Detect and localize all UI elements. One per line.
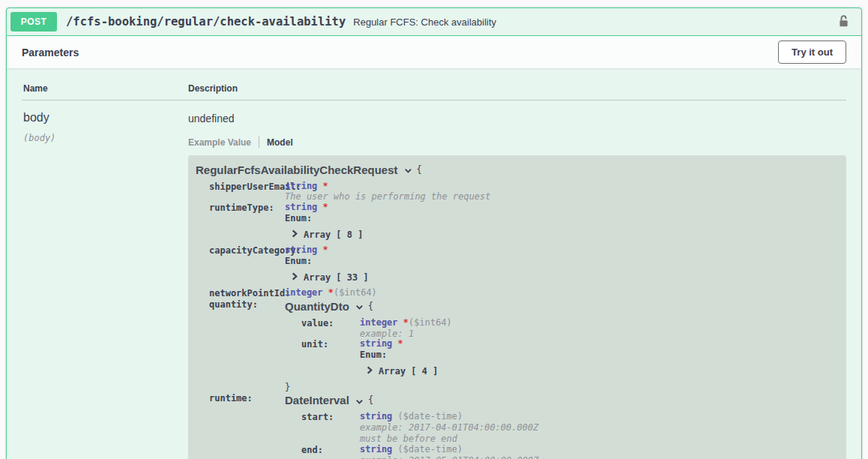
endpoint-path[interactable]: /fcfs-booking/regular/check-availability <box>66 15 346 28</box>
endpoint-description: Regular FCFS: Check availability <box>353 16 496 28</box>
parameters-section-header: Parameters Try it out <box>7 36 861 68</box>
chevron-down-icon[interactable] <box>355 302 364 312</box>
property-row-value: value: integer *($int64) example: 1 <box>301 318 839 339</box>
post-method-badge: POST <box>10 12 57 32</box>
property-value: integer *($int64) <box>285 288 839 298</box>
property-type: string <box>360 444 392 454</box>
endpoint-summary[interactable]: POST /fcfs-booking/regular/check-availab… <box>7 8 861 36</box>
nested-model-title-row: DateInterval { <box>285 393 839 408</box>
page: POST /fcfs-booking/regular/check-availab… <box>0 0 868 459</box>
property-name: quantity: <box>209 299 285 310</box>
nested-model-title[interactable]: QuantityDto <box>285 299 349 314</box>
chevron-down-icon[interactable] <box>403 166 413 176</box>
property-type: integer <box>285 287 323 298</box>
property-value: string * The user who is performing the … <box>285 182 839 202</box>
auth-unlock-button[interactable] <box>837 13 858 31</box>
property-type-line: string * <box>285 245 839 255</box>
parameter-name-cell: body (body) <box>23 111 188 459</box>
model-title[interactable]: RegularFcfsAvailabilityCheckRequest <box>196 163 398 178</box>
property-type: string <box>285 244 317 255</box>
close-brace: } <box>285 382 839 392</box>
parameter-location: (body) <box>23 133 188 143</box>
property-note: must be before end <box>360 434 839 444</box>
chevron-right-icon <box>291 230 298 240</box>
parameter-description: undefined <box>188 112 846 124</box>
nested-properties: start: string ($date-time) example: 2017… <box>301 412 839 459</box>
property-example: example: 2017-04-01T04:00:00.000Z <box>360 423 839 433</box>
name-column-header: Name <box>23 83 188 94</box>
nested-properties: value: integer *($int64) example: 1 <box>301 318 839 382</box>
property-format: ($int64) <box>409 317 452 328</box>
open-brace: { <box>368 394 373 406</box>
enum-array-toggle[interactable]: Array [ 33 ] <box>291 272 839 283</box>
required-star: * <box>328 287 334 298</box>
property-name: runtimeType: <box>209 202 285 213</box>
property-format: ($date-time) <box>392 444 462 454</box>
property-row-start: start: string ($date-time) example: 2017… <box>301 412 839 444</box>
parameters-table-header: Name Description <box>22 74 846 100</box>
nested-model-title[interactable]: DateInterval <box>285 393 349 408</box>
property-description: The user who is performing the request <box>285 192 839 202</box>
parameter-row-body: body (body) undefined Example Value Mode… <box>22 100 846 459</box>
property-name: shipperUserEmail: <box>209 182 285 192</box>
property-row-runtimeType: runtimeType: string * Enum: Array [ 8 ] <box>209 202 839 244</box>
property-name: capacityCategory: <box>209 245 285 256</box>
chevron-down-icon[interactable] <box>355 397 364 406</box>
property-type-line: string * <box>360 339 839 349</box>
enum-array-toggle[interactable]: Array [ 8 ] <box>291 230 839 240</box>
enum-label: Enum: <box>285 256 839 266</box>
tab-separator <box>259 136 259 148</box>
required-star: * <box>398 338 403 349</box>
property-value: string * Enum: Array [ 8 ] <box>285 202 839 244</box>
property-name: runtime: <box>209 393 285 404</box>
property-row-runtime: runtime: DateInterval { <box>209 393 839 459</box>
parameters-body: Name Description body (body) undefined E… <box>7 68 861 459</box>
property-value: string * Enum: Array [ 33 ] <box>285 245 839 287</box>
property-type-line: string ($date-time) <box>360 412 839 422</box>
property-row-end: end: string ($date-time) example: 2017-0… <box>301 445 839 459</box>
open-brace: { <box>368 301 373 313</box>
property-format: ($date-time) <box>392 411 462 422</box>
enum-array-label: Array [ 4 ] <box>379 367 438 376</box>
enum-array-toggle[interactable]: Array [ 4 ] <box>366 366 839 376</box>
enum-label: Enum: <box>360 350 839 360</box>
property-type-line: string * <box>285 202 839 212</box>
property-name: value: <box>301 318 360 328</box>
try-it-out-button[interactable]: Try it out <box>778 40 846 64</box>
property-row-networkPointId: networkPointId: integer *($int64) <box>209 288 839 298</box>
model-properties: shipperUserEmail: string * The user who … <box>209 182 839 459</box>
property-value: DateInterval { <box>285 393 839 459</box>
model-title-row: RegularFcfsAvailabilityCheckRequest { <box>196 163 839 178</box>
tab-model[interactable]: Model <box>267 137 293 148</box>
enum-array-label: Array [ 33 ] <box>304 273 369 283</box>
nested-model-title-row: QuantityDto { <box>285 299 839 314</box>
open-brace: { <box>417 164 422 176</box>
enum-label: Enum: <box>285 214 839 224</box>
property-name: end: <box>301 445 360 455</box>
property-value: string ($date-time) example: 2017-05-01T… <box>360 445 839 459</box>
property-row-unit: unit: string * Enum: Array [ 4 ] <box>301 339 839 381</box>
property-type: string <box>285 181 317 191</box>
property-name: start: <box>301 412 360 422</box>
model-box: RegularFcfsAvailabilityCheckRequest { sh… <box>188 155 846 459</box>
property-name: networkPointId: <box>209 288 285 298</box>
property-name: unit: <box>301 339 360 350</box>
property-type-line: string ($date-time) <box>360 445 839 454</box>
property-type-line: string * <box>285 182 839 191</box>
property-row-shipperUserEmail: shipperUserEmail: string * The user who … <box>209 182 839 202</box>
property-type: string <box>285 202 317 212</box>
property-type: integer <box>360 317 398 328</box>
property-type: string <box>360 411 392 422</box>
enum-array-label: Array [ 8 ] <box>304 230 363 240</box>
opblock-post: POST /fcfs-booking/regular/check-availab… <box>6 8 862 459</box>
unlocked-padlock-icon <box>837 20 850 31</box>
required-star: * <box>323 244 328 255</box>
parameters-title: Parameters <box>22 46 79 58</box>
parameter-name: body <box>23 111 188 124</box>
tab-example-value[interactable]: Example Value <box>188 137 251 148</box>
property-value: integer *($int64) example: 1 <box>360 318 839 339</box>
required-star: * <box>403 317 409 328</box>
chevron-right-icon <box>291 272 298 283</box>
property-type-line: integer *($int64) <box>285 288 839 298</box>
property-row-capacityCategory: capacityCategory: string * Enum: Array [… <box>209 245 839 287</box>
